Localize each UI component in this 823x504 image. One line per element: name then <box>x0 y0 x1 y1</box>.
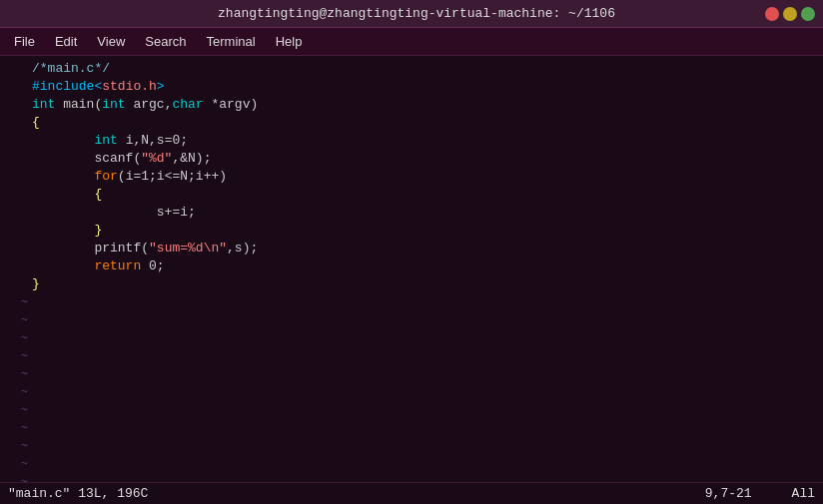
line-gutter: ~ <box>8 437 28 455</box>
line-gutter: ~ <box>8 347 28 365</box>
line-content: /*main.c*/ <box>32 60 110 78</box>
menu-view[interactable]: View <box>87 30 135 53</box>
code-line: /*main.c*/ <box>0 60 823 78</box>
line-content: } <box>32 222 102 240</box>
code-line: { <box>0 186 823 204</box>
code-line: ~ <box>0 311 823 329</box>
code-line: ~ <box>0 383 823 401</box>
line-gutter: ~ <box>8 311 28 329</box>
code-line: { <box>0 114 823 132</box>
menu-edit[interactable]: Edit <box>45 30 87 53</box>
line-content: int i,N,s=0; <box>32 132 188 150</box>
menu-bar: File Edit View Search Terminal Help <box>0 28 823 56</box>
code-line: ~ <box>0 419 823 437</box>
code-line: ~ <box>0 401 823 419</box>
minimize-button[interactable] <box>783 7 797 21</box>
code-line: ~ <box>0 293 823 311</box>
line-gutter: ~ <box>8 365 28 383</box>
code-line: ~ <box>0 347 823 365</box>
code-line: scanf("%d",&N); <box>0 150 823 168</box>
line-content: return 0; <box>32 257 165 275</box>
title-bar: zhangtingting@zhangtingting-virtual-mach… <box>0 0 823 28</box>
line-gutter: ~ <box>8 455 28 473</box>
code-line: #include<stdio.h> <box>0 78 823 96</box>
code-line: printf("sum=%d\n",s); <box>0 240 823 257</box>
code-line: int i,N,s=0; <box>0 132 823 150</box>
status-bar: "main.c" 13L, 196C 9,7-21 All <box>0 482 823 504</box>
line-content: { <box>32 186 102 204</box>
line-gutter: ~ <box>8 419 28 437</box>
line-gutter: ~ <box>8 329 28 347</box>
code-line: } <box>0 222 823 240</box>
window-title: zhangtingting@zhangtingting-virtual-mach… <box>68 6 765 21</box>
line-content: #include<stdio.h> <box>32 78 165 96</box>
line-gutter: ~ <box>8 473 28 482</box>
menu-terminal[interactable]: Terminal <box>197 30 266 53</box>
window-controls[interactable] <box>765 7 815 21</box>
line-content: s+=i; <box>32 204 196 222</box>
code-editor[interactable]: /*main.c*/#include<stdio.h>int main(int … <box>0 56 823 482</box>
code-line: ~ <box>0 329 823 347</box>
line-content: printf("sum=%d\n",s); <box>32 240 258 257</box>
code-line: ~ <box>0 455 823 473</box>
code-line: ~ <box>0 473 823 482</box>
code-line: return 0; <box>0 257 823 275</box>
line-gutter: ~ <box>8 383 28 401</box>
line-content: int main(int argc,char *argv) <box>32 96 258 114</box>
line-content: scanf("%d",&N); <box>32 150 211 168</box>
close-button[interactable] <box>765 7 779 21</box>
line-content: } <box>32 275 40 293</box>
code-line: s+=i; <box>0 204 823 222</box>
line-content: { <box>32 114 40 132</box>
line-gutter: ~ <box>8 293 28 311</box>
menu-search[interactable]: Search <box>135 30 196 53</box>
code-line: ~ <box>0 365 823 383</box>
status-filename: "main.c" 13L, 196C <box>8 486 148 501</box>
code-line: for(i=1;i<=N;i++) <box>0 168 823 186</box>
code-line: ~ <box>0 437 823 455</box>
status-scroll: All <box>792 486 815 501</box>
menu-help[interactable]: Help <box>266 30 313 53</box>
line-gutter: ~ <box>8 401 28 419</box>
menu-file[interactable]: File <box>4 30 45 53</box>
maximize-button[interactable] <box>801 7 815 21</box>
line-content: for(i=1;i<=N;i++) <box>32 168 227 186</box>
code-line: int main(int argc,char *argv) <box>0 96 823 114</box>
status-position: 9,7-21 <box>705 486 752 501</box>
code-line: } <box>0 275 823 293</box>
